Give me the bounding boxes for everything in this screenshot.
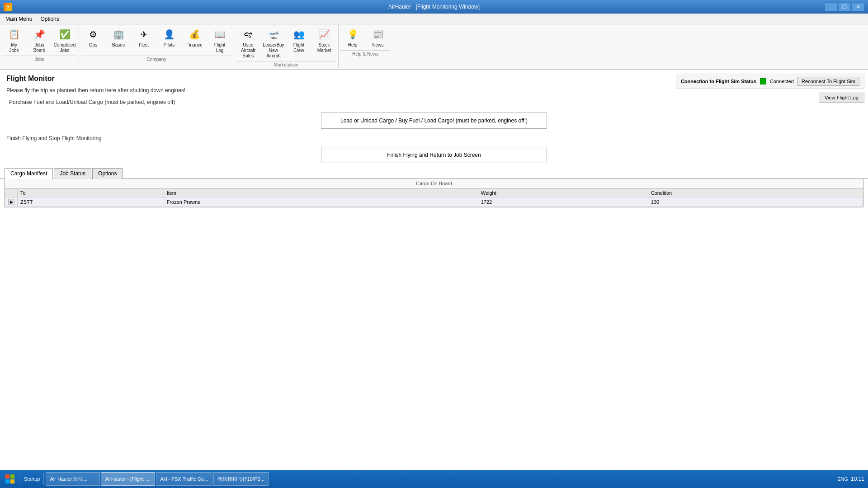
col-weight: Weight	[478, 189, 648, 197]
fleet-icon: ✈	[137, 27, 151, 42]
pilots-label: Pilots	[164, 42, 175, 48]
taskbar-sep-2	[43, 473, 44, 485]
main-content: Connection to Flight Sim Status Connecte…	[0, 70, 868, 488]
toolbar-my-jobs[interactable]: 📋 MyJobs	[2, 25, 26, 55]
company-group-label: Company	[81, 56, 232, 63]
close-button[interactable]: ✕	[852, 2, 864, 11]
tab-options[interactable]: Options	[92, 168, 123, 179]
toolbar-group-help-news-inner: 💡 Help 📰 News Help & News	[340, 25, 390, 68]
jobs-board-label: JobsBoard	[33, 42, 46, 53]
my-jobs-label: MyJobs	[9, 42, 19, 53]
taskbar-start-button[interactable]	[2, 472, 18, 486]
svg-rect-0	[5, 474, 9, 479]
tab-job-status[interactable]: Job Status	[54, 168, 91, 179]
cargo-action-button[interactable]: Load or Unload Cargo / Buy Fuel / Load C…	[321, 113, 547, 129]
help-label: Help	[348, 42, 358, 48]
toolbar-group-jobs: 📋 MyJobs 📌 JobsBoard ✅ CompletedJobs Job…	[2, 25, 79, 68]
toolbar-pilots[interactable]: 👤 Pilots	[157, 25, 181, 55]
toolbar-group-jobs-inner: 📋 MyJobs 📌 JobsBoard ✅ CompletedJobs Job…	[2, 25, 77, 68]
finish-flying-button[interactable]: Finish Flying and Return to Job Screen	[321, 147, 547, 163]
used-aircraft-label: Used AircraftSales	[237, 42, 259, 59]
toolbar-jobs-buttons: 📋 MyJobs 📌 JobsBoard ✅ CompletedJobs	[2, 25, 77, 55]
bases-icon: 🏢	[111, 27, 126, 42]
cargo-table-header: To Item Weight Condition	[5, 189, 863, 197]
taskbar-right: ENG 10:11	[837, 476, 866, 482]
jobs-group-label: Jobs	[2, 56, 77, 63]
stock-market-icon: 📈	[317, 27, 331, 42]
taskbar-items: Air Hauler 玩法...AirHauler - [Flight ...A…	[46, 472, 269, 486]
finance-label: Finance	[186, 42, 203, 48]
toolbar-group-marketplace-inner: 🛩 Used AircraftSales 🛫 Lease/BuyNew Airc…	[236, 25, 336, 68]
flight-log-label: FlightLog	[214, 42, 225, 53]
tab-content: Cargo On Board To Item Weight Condition …	[5, 179, 863, 207]
toolbar-flight-crew[interactable]: 👥 FlightCrew	[287, 25, 311, 60]
row-expand[interactable]: ▶	[5, 197, 18, 207]
svg-rect-3	[10, 479, 14, 483]
col-item: Item	[164, 189, 478, 197]
col-condition: Condition	[648, 189, 863, 197]
toolbar: 📋 MyJobs 📌 JobsBoard ✅ CompletedJobs Job…	[0, 24, 868, 70]
restore-button[interactable]: ❐	[838, 2, 851, 11]
toolbar-help[interactable]: 💡 Help	[340, 25, 365, 49]
taskbar: Startup Air Hauler 玩法...AirHauler - [Fli…	[0, 470, 868, 488]
toolbar-stock-market[interactable]: 📈 StockMarket	[312, 25, 336, 60]
completed-jobs-icon: ✅	[57, 27, 72, 42]
toolbar-used-aircraft[interactable]: 🛩 Used AircraftSales	[236, 25, 260, 60]
toolbar-group-help-news: 💡 Help 📰 News Help & News	[340, 25, 392, 68]
instruction-2: Purchase Fuel and Load/Unload Cargo (mus…	[0, 97, 868, 107]
cargo-header-row: To Item Weight Condition	[5, 189, 863, 197]
taskbar-sep-1	[20, 473, 20, 485]
used-aircraft-icon: 🛩	[241, 27, 255, 42]
svg-rect-2	[5, 479, 9, 483]
ops-label: Ops	[89, 42, 97, 48]
toolbar-news[interactable]: 📰 News	[366, 25, 390, 49]
menu-options[interactable]: Options	[37, 15, 62, 23]
tab-cargo-manifest[interactable]: Cargo Manifest	[5, 168, 53, 179]
bases-label: Bases	[112, 42, 125, 48]
app-icon: ✈	[4, 3, 12, 11]
toolbar-lease-buy[interactable]: 🛫 Lease/BuyNew Aircraft	[261, 25, 286, 60]
connection-status-bar: Connection to Flight Sim Status Connecte…	[676, 74, 864, 89]
reconnect-button[interactable]: Reconnect To Flight Sim	[797, 77, 859, 86]
cargo-table: To Item Weight Condition ▶ ZSTT Frozen P…	[5, 188, 863, 207]
row-condition: 100	[648, 197, 863, 207]
toolbar-ops[interactable]: ⚙ Ops	[81, 25, 105, 55]
tabs-container: Cargo Manifest Job Status Options	[0, 168, 868, 179]
row-weight: 1722	[478, 197, 648, 207]
toolbar-jobs-board[interactable]: 📌 JobsBoard	[27, 25, 52, 55]
title-bar: ✈ AirHauler - [Flight Monitoring Window]…	[0, 0, 868, 14]
view-flight-log-button[interactable]: View Flight Log	[819, 93, 864, 103]
taskbar-clock: 10:11	[851, 476, 864, 482]
toolbar-bases[interactable]: 🏢 Bases	[106, 25, 131, 55]
fleet-label: Fleet	[139, 42, 149, 48]
my-jobs-icon: 📋	[7, 27, 21, 42]
taskbar-item-air-hauler-flight[interactable]: AirHauler - [Flight ...	[101, 472, 155, 486]
toolbar-fleet[interactable]: ✈ Fleet	[132, 25, 156, 55]
taskbar-startup: Startup	[22, 476, 42, 482]
toolbar-group-company-inner: ⚙ Ops 🏢 Bases ✈ Fleet 👤 Pilots 💰 Fi	[81, 25, 232, 68]
taskbar-language: ENG	[837, 476, 848, 482]
connection-indicator	[760, 78, 766, 84]
menu-main[interactable]: Main Menu	[2, 15, 36, 23]
lease-buy-label: Lease/BuyNew Aircraft	[263, 42, 284, 59]
window-controls[interactable]: ─ ❐ ✕	[825, 2, 864, 11]
toolbar-group-company: ⚙ Ops 🏢 Bases ✈ Fleet 👤 Pilots 💰 Fi	[81, 25, 234, 68]
completed-jobs-label: CompletedJobs	[54, 42, 75, 53]
taskbar-item-microsoft-fsx[interactable]: 微软模拟飞行10/FS...	[213, 472, 269, 486]
news-label: News	[372, 42, 383, 48]
cargo-table-body: ▶ ZSTT Frozen Prawns 1722 100	[5, 197, 863, 207]
toolbar-flight-log[interactable]: 📖 FlightLog	[208, 25, 232, 55]
finance-icon: 💰	[187, 27, 202, 42]
toolbar-completed-jobs[interactable]: ✅ CompletedJobs	[52, 25, 77, 55]
row-to: ZSTT	[18, 197, 164, 207]
taskbar-item-ah-fsx-traffic[interactable]: AH - FSX Traffic Ge...	[156, 472, 212, 486]
stock-market-label: StockMarket	[317, 42, 331, 53]
toolbar-finance[interactable]: 💰 Finance	[182, 25, 207, 55]
toolbar-group-marketplace: 🛩 Used AircraftSales 🛫 Lease/BuyNew Airc…	[236, 25, 339, 68]
table-row: ▶ ZSTT Frozen Prawns 1722 100	[5, 197, 863, 207]
expand-button[interactable]: ▶	[8, 199, 14, 205]
taskbar-item-air-hauler-game[interactable]: Air Hauler 玩法...	[46, 472, 100, 486]
minimize-button[interactable]: ─	[825, 2, 837, 11]
connection-status-text: Connected	[770, 79, 794, 84]
connection-label: Connection to Flight Sim Status	[681, 79, 756, 84]
